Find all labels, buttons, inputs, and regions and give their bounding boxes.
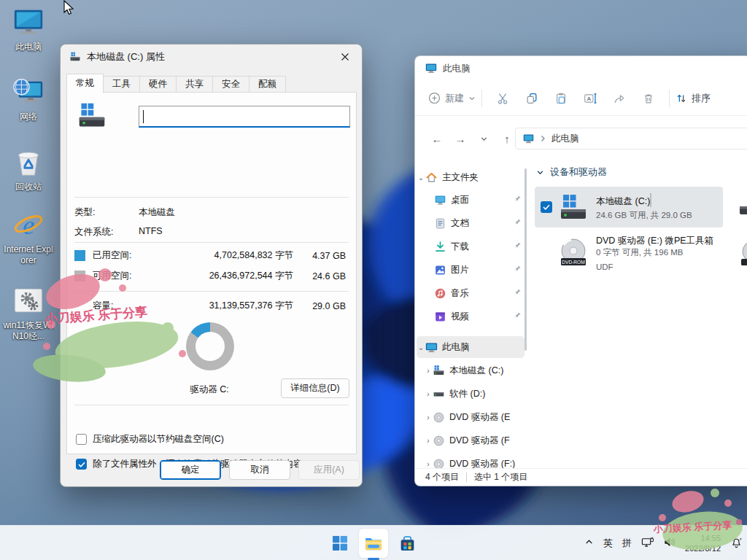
desktop-icon-recycle-bin[interactable]: 回收站 xyxy=(3,146,54,192)
drive-item-details: 本地磁盘 (C:) 24.6 GB 可用, 共 29.0 GB xyxy=(596,194,723,221)
sidebar-item-local-disk-c[interactable]: › 本地磁盘 (C:) xyxy=(417,359,525,381)
general-tab-page: 类型: 本地磁盘 文件系统: NTFS 已用空间: 4,702,584,832 … xyxy=(66,92,357,454)
microsoft-store-icon xyxy=(398,534,417,553)
tray-date: 2022/8/12 xyxy=(685,544,721,553)
cut-button[interactable] xyxy=(488,87,517,110)
tab-security[interactable]: 安全 xyxy=(213,76,249,93)
notification-bell-icon[interactable]: z xyxy=(730,536,743,551)
network-icon xyxy=(12,76,45,109)
chevron-down-icon[interactable]: ⌄ xyxy=(417,343,425,351)
taskbar-center-icons xyxy=(325,526,422,560)
new-button-label: 新建 xyxy=(445,92,464,105)
desktop-icon-internet-explorer[interactable]: e Internet Explorer xyxy=(3,209,54,266)
section-devices-and-drives[interactable]: 设备和驱动器 xyxy=(536,166,607,179)
divider xyxy=(74,242,349,243)
drive-item-local-disk-c[interactable]: 本地磁盘 (C:) 24.6 GB 可用, 共 29.0 GB xyxy=(535,187,723,228)
capacity-bytes: 31,139,557,376 字节 xyxy=(162,300,293,312)
hidden-icons-chevron[interactable] xyxy=(584,537,594,549)
share-button[interactable] xyxy=(605,87,634,110)
sort-arrows-icon xyxy=(676,93,687,104)
sidebar-item-label: DVD 驱动器 (E xyxy=(449,411,525,424)
ime-language-indicator[interactable]: 英 xyxy=(603,537,613,550)
copy-button[interactable] xyxy=(517,87,546,110)
close-button[interactable] xyxy=(333,47,357,67)
sidebar-item-dvd-e[interactable]: › DVD 驱动器 (E xyxy=(417,406,525,428)
paste-button[interactable] xyxy=(546,87,576,110)
tab-tools[interactable]: 工具 xyxy=(104,76,140,93)
plus-circle-icon xyxy=(428,92,441,104)
svg-text:z: z xyxy=(740,537,742,541)
drive-icon-partial[interactable] xyxy=(740,199,747,221)
tab-hardware[interactable]: 硬件 xyxy=(140,76,177,93)
chevron-right-icon[interactable]: › xyxy=(424,460,433,468)
compress-checkbox[interactable] xyxy=(76,434,87,445)
share-icon xyxy=(613,92,626,105)
ok-button[interactable]: 确定 xyxy=(160,460,221,480)
desktop-icon-win11-restore[interactable]: win11恢复WIN10经... xyxy=(3,284,54,342)
items-view: 设备和驱动器 本地磁盘 (C:) 24.6 GB 可用, 共 29.0 GB D… xyxy=(533,155,747,468)
sidebar-item-label: 视频 xyxy=(451,311,514,323)
address-bar[interactable]: 此电脑 xyxy=(515,128,747,149)
volume-icon[interactable] xyxy=(663,536,676,551)
tab-quota[interactable]: 配额 xyxy=(249,76,286,93)
desktop-icon-network[interactable]: 网络 xyxy=(3,76,54,122)
delete-button[interactable] xyxy=(634,87,663,110)
dialog-title: 本地磁盘 (C:) 属性 xyxy=(87,50,165,63)
ime-mode-indicator[interactable]: 拼 xyxy=(622,537,632,550)
up-button[interactable]: ↑ xyxy=(497,128,517,149)
volume-label-input[interactable] xyxy=(139,106,350,128)
home-icon xyxy=(425,171,438,184)
chevron-right-icon[interactable]: › xyxy=(424,367,433,375)
compress-checkbox-row[interactable]: 压缩此驱动器以节约磁盘空间(C) xyxy=(76,433,224,446)
tab-general[interactable]: 常规 xyxy=(66,74,104,93)
sidebar-item-label: 桌面 xyxy=(451,194,514,206)
chevron-right-icon[interactable]: › xyxy=(424,437,433,445)
sidebar-item-documents[interactable]: 文档 xyxy=(417,212,525,234)
apply-button[interactable]: 应用(A) xyxy=(298,460,360,480)
chevron-right-icon[interactable]: › xyxy=(424,390,433,398)
used-space-row: 已用空间: 4,702,584,832 字节 4.37 GB xyxy=(74,249,346,262)
dvd-icon-partial[interactable] xyxy=(740,240,747,272)
toolbar-divider xyxy=(669,90,670,107)
details-button[interactable]: 详细信息(D) xyxy=(281,378,349,398)
sidebar-item-drive-d[interactable]: › 软件 (D:) xyxy=(417,383,525,405)
gears-icon xyxy=(12,284,45,318)
tree-scrollbar[interactable] xyxy=(525,168,527,351)
explorer-titlebar[interactable]: 此电脑 xyxy=(415,56,747,81)
capacity-spacer xyxy=(74,300,85,311)
drive-usage-bar xyxy=(650,193,651,207)
filesystem-row: 文件系统: NTFS xyxy=(74,226,346,238)
taskbar-store-button[interactable] xyxy=(392,529,422,558)
drive-item-dvd-e[interactable]: DVD-ROM DVD 驱动器 (E:) 微PE工具箱 0 字节 可用, 共 1… xyxy=(535,233,723,273)
sidebar-item-dvd-partial[interactable]: › DVD 驱动器 (F:) xyxy=(417,453,525,468)
taskbar-file-explorer-button[interactable] xyxy=(359,529,388,558)
sidebar-item-pictures[interactable]: 图片 xyxy=(417,259,525,281)
sidebar-item-downloads[interactable]: 下载 xyxy=(417,236,525,257)
cancel-button[interactable]: 取消 xyxy=(229,460,290,480)
sidebar-item-music[interactable]: 音乐 xyxy=(417,282,525,304)
sidebar-item-videos[interactable]: 视频 xyxy=(417,306,525,327)
sidebar-item-this-pc[interactable]: ⌄ 此电脑 xyxy=(417,336,525,358)
sidebar-item-home[interactable]: ⌄ 主文件夹 xyxy=(417,166,525,188)
item-checkbox[interactable] xyxy=(541,201,552,213)
new-button[interactable]: 新建 xyxy=(428,92,476,105)
dialog-titlebar[interactable]: 本地磁盘 (C:) 属性 xyxy=(61,44,362,69)
sort-button[interactable]: 排序 xyxy=(676,92,711,105)
history-chevron-button[interactable] xyxy=(473,128,494,149)
back-button[interactable]: ← xyxy=(427,128,447,149)
tab-sharing[interactable]: 共享 xyxy=(177,76,213,93)
close-icon xyxy=(341,52,349,61)
start-button[interactable] xyxy=(325,529,355,558)
sidebar-item-dvd-f[interactable]: › DVD 驱动器 (F xyxy=(417,429,525,451)
taskbar-clock[interactable]: 14:55 2022/8/12 xyxy=(685,533,721,554)
breadcrumb[interactable]: 此电脑 xyxy=(551,133,579,145)
rename-button[interactable]: A xyxy=(576,87,605,110)
network-icon[interactable] xyxy=(641,536,654,551)
chevron-right-icon[interactable]: › xyxy=(424,413,433,421)
system-drive-icon xyxy=(77,101,107,131)
chevron-down-icon[interactable]: ⌄ xyxy=(417,174,425,182)
desktop-icon-this-pc[interactable]: 此电脑 xyxy=(3,6,54,52)
forward-button[interactable]: → xyxy=(450,128,471,149)
sidebar-item-desktop[interactable]: 桌面 xyxy=(417,189,525,211)
sidebar-item-label: 本地磁盘 (C:) xyxy=(449,365,525,377)
